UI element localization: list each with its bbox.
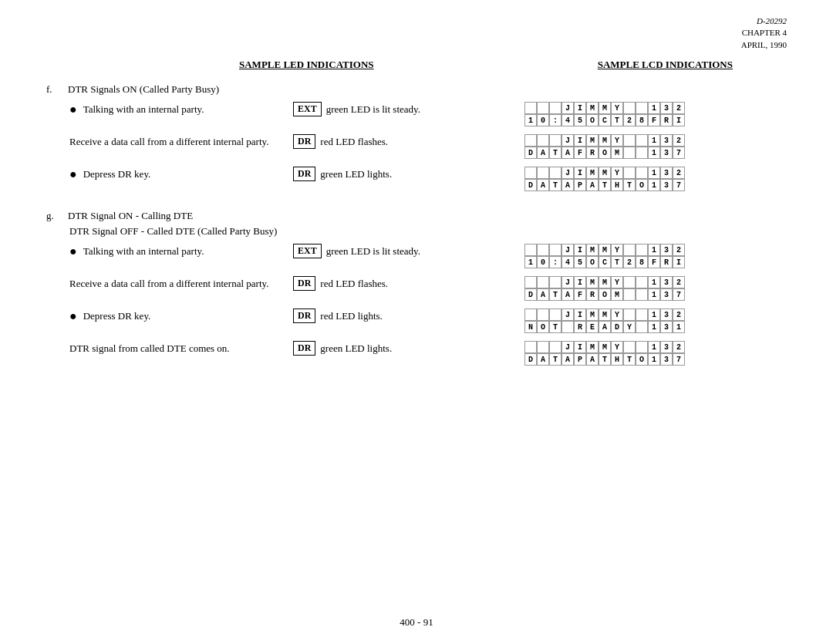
section-f-row1-lcd: J I M M Y 1 3 2 1 0 : bbox=[509, 102, 787, 126]
section-f-row3-led: green LED lights. bbox=[320, 168, 392, 180]
lcd-display-g1: J I M M Y 1 3 2 1 0 : bbox=[524, 244, 685, 268]
lcd-display-g2: J I M M Y 1 3 2 D A T bbox=[524, 276, 685, 301]
section-f-heading: DTR Signals ON (Called Party Busy) bbox=[68, 83, 219, 96]
date: APRIL, 1990 bbox=[46, 39, 787, 51]
ext-key: EXT bbox=[293, 102, 322, 116]
section-f-row2-middle: DR red LED flashes. bbox=[293, 134, 509, 149]
chapter: CHAPTER 4 bbox=[46, 27, 787, 39]
section-f-row3-left: ● Depress DR key. bbox=[46, 167, 293, 183]
section-f-row2-led: red LED flashes. bbox=[320, 136, 388, 148]
section-f-row1-led: green LED is lit steady. bbox=[326, 103, 420, 116]
bullet-icon: ● bbox=[69, 102, 77, 118]
bullet-icon-g1: ● bbox=[69, 244, 77, 260]
section-g-row3-lcd: J I M M Y 1 3 2 N O T bbox=[509, 309, 787, 333]
section-f-row2-text: Receive a data call from a different int… bbox=[69, 136, 268, 147]
section-f-row-1: ● Talking with an internal party. EXT gr… bbox=[46, 102, 787, 126]
lcd-column-header: SAMPLE LCD INDICATIONS bbox=[598, 59, 733, 71]
section-g-row1-text: Talking with an internal party. bbox=[83, 244, 204, 259]
section-g-row4-lcd: J I M M Y 1 3 2 D A T bbox=[509, 341, 787, 366]
section-g-heading: DTR Signal ON - Calling DTE bbox=[68, 210, 193, 222]
section-g-subtitle: DTR Signal OFF - Called DTE (Called Part… bbox=[46, 225, 787, 238]
section-g-row-1: ● Talking with an internal party. EXT gr… bbox=[46, 244, 787, 268]
section-g-row1-left: ● Talking with an internal party. bbox=[46, 244, 293, 260]
section-f: f. DTR Signals ON (Called Party Busy) ● … bbox=[46, 83, 787, 191]
section-g-row1-led: green LED is lit steady. bbox=[326, 245, 420, 258]
section-f-title: f. DTR Signals ON (Called Party Busy) bbox=[46, 83, 787, 96]
bullet-icon-f3: ● bbox=[69, 167, 77, 183]
section-g-row2-led: red LED flashes. bbox=[320, 278, 388, 290]
section-g-row-4: DTR signal from called DTE comes on. DR … bbox=[46, 341, 787, 366]
section-f-row2-left: Receive a data call from a different int… bbox=[46, 134, 293, 150]
section-f-letter: f. bbox=[46, 83, 62, 96]
dr-key-f3: DR bbox=[293, 167, 315, 181]
section-g-row2-middle: DR red LED flashes. bbox=[293, 276, 509, 291]
lcd-display-f2: J I M M Y 1 3 2 D A T bbox=[524, 134, 685, 159]
section-g-row-3: ● Depress DR key. DR red LED lights. J I… bbox=[46, 309, 787, 333]
doc-number: D-20292 bbox=[46, 15, 787, 27]
dr-key-g2: DR bbox=[293, 276, 315, 291]
header: D-20292 CHAPTER 4 APRIL, 1990 bbox=[46, 15, 787, 51]
section-g-row4-left: DTR signal from called DTE comes on. bbox=[46, 341, 293, 356]
section-g-row4-text: DTR signal from called DTE comes on. bbox=[69, 342, 230, 354]
lcd-display-f3: J I M M Y 1 3 2 D A T bbox=[524, 167, 685, 191]
page-number: 400 - 91 bbox=[400, 616, 433, 628]
section-g-row3-middle: DR red LED lights. bbox=[293, 309, 509, 323]
page: D-20292 CHAPTER 4 APRIL, 1990 SAMPLE LED… bbox=[0, 0, 833, 644]
section-g-row2-text: Receive a data call from a different int… bbox=[69, 278, 268, 289]
section-f-row1-text: Talking with an internal party. bbox=[83, 102, 204, 117]
section-g-row1-lcd: J I M M Y 1 3 2 1 0 : bbox=[509, 244, 787, 268]
section-g-row-2: Receive a data call from a different int… bbox=[46, 276, 787, 301]
dr-key-f2: DR bbox=[293, 134, 315, 149]
section-g: g. DTR Signal ON - Calling DTE DTR Signa… bbox=[46, 210, 787, 366]
section-g-row3-led: red LED lights. bbox=[320, 310, 383, 322]
led-column-header: SAMPLE LED INDICATIONS bbox=[239, 59, 374, 71]
section-g-row1-middle: EXT green LED is lit steady. bbox=[293, 244, 509, 258]
section-f-row3-middle: DR green LED lights. bbox=[293, 167, 509, 181]
columns-header: SAMPLE LED INDICATIONS SAMPLE LCD INDICA… bbox=[46, 59, 787, 71]
section-g-row4-middle: DR green LED lights. bbox=[293, 341, 509, 356]
section-g-row4-led: green LED lights. bbox=[320, 342, 392, 355]
section-g-letter: g. bbox=[46, 210, 62, 222]
section-g-row3-left: ● Depress DR key. bbox=[46, 309, 293, 325]
lcd-display-g3: J I M M Y 1 3 2 N O T bbox=[524, 309, 685, 333]
lcd-display-f1: J I M M Y 1 3 2 1 0 : bbox=[524, 102, 685, 126]
section-f-row1-left: ● Talking with an internal party. bbox=[46, 102, 293, 118]
dr-key-g4: DR bbox=[293, 341, 315, 356]
section-f-row2-lcd: J I M M Y 1 3 2 D A T bbox=[509, 134, 787, 159]
ext-key-g1: EXT bbox=[293, 244, 322, 258]
section-g-row2-lcd: J I M M Y 1 3 2 D A T bbox=[509, 276, 787, 301]
lcd-display-g4: J I M M Y 1 3 2 D A T bbox=[524, 341, 685, 366]
bullet-icon-g3: ● bbox=[69, 309, 77, 325]
section-f-row-3: ● Depress DR key. DR green LED lights. J… bbox=[46, 167, 787, 191]
section-f-row1-middle: EXT green LED is lit steady. bbox=[293, 102, 509, 116]
section-f-row3-lcd: J I M M Y 1 3 2 D A T bbox=[509, 167, 787, 191]
section-g-row2-left: Receive a data call from a different int… bbox=[46, 276, 293, 292]
section-g-title: g. DTR Signal ON - Calling DTE bbox=[46, 210, 787, 222]
footer: 400 - 91 bbox=[0, 616, 833, 629]
section-f-row3-text: Depress DR key. bbox=[83, 167, 151, 182]
dr-key-g3: DR bbox=[293, 309, 315, 323]
section-f-row-2: Receive a data call from a different int… bbox=[46, 134, 787, 159]
section-g-row3-text: Depress DR key. bbox=[83, 309, 151, 324]
